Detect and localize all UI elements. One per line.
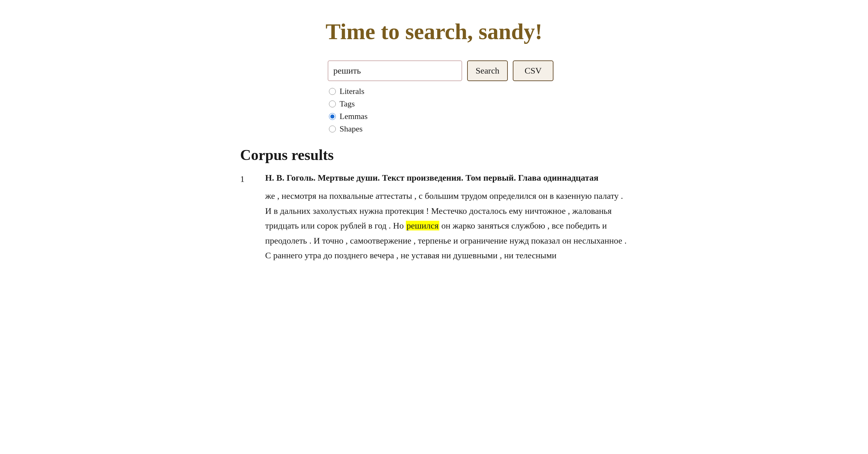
radio-literals-label: Literals (340, 87, 364, 96)
radio-tags[interactable]: Tags (329, 99, 368, 109)
result-highlight: решился (406, 221, 439, 230)
result-text: же , несмотря на похвальные аттестаты , … (265, 189, 628, 263)
radio-literals[interactable]: Literals (329, 87, 368, 96)
radio-shapes-input[interactable] (329, 125, 336, 133)
result-item: 1 Н. В. Гоголь. Мертвые души. Текст прои… (240, 173, 628, 263)
radio-tags-label: Tags (340, 99, 355, 109)
radio-lemmas-label: Lemmas (340, 112, 368, 121)
radio-literals-input[interactable] (329, 88, 336, 95)
page-title: Time to search, sandy! (240, 19, 628, 45)
corpus-results-title: Corpus results (240, 146, 628, 164)
result-content: Н. В. Гоголь. Мертвые души. Текст произв… (265, 173, 628, 263)
csv-button[interactable]: CSV (513, 60, 553, 81)
radio-lemmas[interactable]: Lemmas (329, 112, 368, 121)
radio-shapes[interactable]: Shapes (329, 124, 368, 134)
radio-lemmas-input[interactable] (329, 113, 336, 120)
search-section: Search CSV Literals Tags Lemmas Shapes (328, 60, 628, 134)
radio-group: Literals Tags Lemmas Shapes (329, 87, 368, 134)
search-button[interactable]: Search (467, 60, 508, 81)
radio-tags-input[interactable] (329, 101, 336, 107)
radio-shapes-label: Shapes (340, 124, 363, 134)
result-number: 1 (240, 173, 253, 263)
search-input[interactable] (328, 60, 462, 81)
result-source: Н. В. Гоголь. Мертвые души. Текст произв… (265, 173, 628, 183)
corpus-results-section: Corpus results 1 Н. В. Гоголь. Мертвые д… (240, 146, 628, 263)
search-row: Search CSV (328, 60, 553, 81)
